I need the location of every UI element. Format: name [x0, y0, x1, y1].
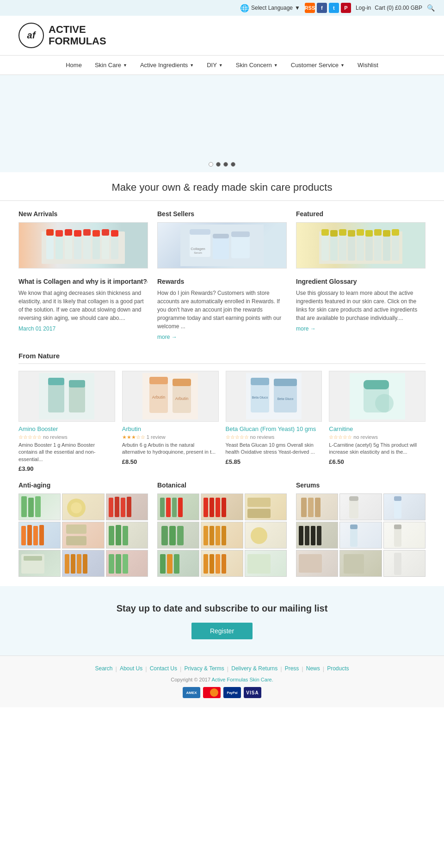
serums-img-4[interactable] — [296, 522, 338, 549]
svg-rect-107 — [177, 526, 184, 545]
amino-desc: Amino Booster 1 g Amino Booster contains… — [18, 442, 115, 463]
new-arrivals-heading: New Arrivals — [18, 210, 148, 218]
svg-text:Beta Gluco: Beta Gluco — [252, 396, 268, 399]
serums-heading: Serums — [296, 481, 426, 489]
footer-brand-link[interactable]: Active Formulas Skin Care. — [211, 677, 273, 682]
svg-rect-91 — [83, 554, 87, 574]
amino-name: Amino Booster — [18, 425, 115, 432]
svg-rect-55 — [173, 379, 191, 386]
logo[interactable]: af ACTIVE FORMULAS — [18, 23, 106, 48]
svg-rect-62 — [274, 379, 297, 386]
antiaging-img-1[interactable] — [18, 493, 61, 520]
svg-rect-81 — [66, 525, 86, 534]
newsletter-heading: Stay up to date and subscribe to our mai… — [18, 602, 426, 614]
footer-search[interactable]: Search — [95, 665, 112, 672]
arbutin-price: £8.50 — [122, 458, 137, 465]
footer-privacy[interactable]: Privacy & Terms — [184, 665, 224, 672]
antiaging-img-4[interactable] — [18, 522, 61, 549]
betaglucan-stars: ☆☆☆☆☆ no reviews — [226, 434, 322, 440]
serums-img-1[interactable] — [296, 493, 338, 520]
botanical-img-9[interactable] — [245, 550, 287, 577]
footer-products[interactable]: Products — [327, 665, 349, 672]
svg-rect-131 — [317, 526, 321, 545]
footer-press[interactable]: Press — [285, 665, 299, 672]
serums-img-8[interactable] — [339, 550, 382, 577]
svg-text:Serum: Serum — [194, 251, 202, 254]
nav-wishlist[interactable]: Wishlist — [351, 59, 385, 71]
botanical-img-5[interactable] — [201, 522, 243, 549]
category-serums: Serums — [296, 481, 426, 577]
serums-img-2[interactable] — [339, 493, 382, 520]
search-icon[interactable]: 🔍 — [427, 4, 435, 12]
product-amino-booster[interactable]: Amino Booster ☆☆☆☆☆ no reviews Amino Boo… — [18, 371, 115, 472]
featured-image[interactable] — [296, 222, 426, 269]
article-rewards-more[interactable]: more → — [157, 334, 177, 340]
cart-link[interactable]: Cart (0) £0.00 GBP — [375, 5, 422, 11]
serums-img-6[interactable] — [383, 522, 426, 549]
antiaging-img-6[interactable] — [106, 522, 148, 549]
svg-rect-120 — [247, 554, 271, 574]
svg-rect-106 — [169, 526, 176, 545]
ai-arrow: ▼ — [190, 63, 194, 68]
lang-label: Select Language — [251, 5, 293, 11]
facebook-icon[interactable]: f — [317, 3, 327, 13]
article-glossary-more[interactable]: more → — [296, 325, 316, 332]
twitter-icon[interactable]: t — [329, 3, 339, 13]
category-botanical: Botanical — [157, 481, 287, 577]
svg-point-112 — [251, 527, 267, 544]
login-link[interactable]: Log-in — [356, 5, 371, 11]
botanical-img-2[interactable] — [201, 493, 243, 520]
dot-1[interactable] — [209, 162, 213, 167]
botanical-img-3[interactable] — [245, 493, 287, 520]
section-best-sellers: Best Sellers Collagen Serum — [157, 210, 287, 269]
serums-img-5[interactable] — [339, 522, 382, 549]
svg-text:Collagen: Collagen — [191, 247, 205, 251]
language-selector[interactable]: 🌐 Select Language ▼ — [240, 4, 300, 12]
nav-customer-service[interactable]: Customer Service ▼ — [284, 59, 351, 71]
botanical-img-7[interactable] — [157, 550, 199, 577]
pinterest-icon[interactable]: P — [341, 3, 351, 13]
next-arrow[interactable]: › — [146, 278, 148, 285]
svg-rect-28 — [321, 229, 329, 236]
nav-home[interactable]: Home — [59, 59, 88, 71]
botanical-img-8[interactable] — [201, 550, 243, 577]
product-arbutin[interactable]: Arbutin Arbutin Arbutin ★★★☆☆ 1 review A… — [122, 371, 219, 472]
nav-skincare[interactable]: Skin Care ▼ — [88, 59, 134, 71]
article-glossary: Ingredient Glossary Use this glossary to… — [296, 278, 426, 340]
antiaging-img-9[interactable] — [106, 550, 148, 577]
best-sellers-image[interactable]: Collagen Serum — [157, 222, 287, 269]
svg-rect-75 — [121, 498, 125, 517]
register-button[interactable]: Register — [191, 623, 253, 639]
rss-icon[interactable]: RSS — [305, 3, 315, 13]
botanical-img-1[interactable] — [157, 493, 199, 520]
serums-img-7[interactable] — [296, 550, 338, 577]
nav-skin-concern[interactable]: Skin Concern ▼ — [229, 59, 284, 71]
product-beta-glucan[interactable]: Beta Gluco Beta Gluco Beta Glucan (From … — [226, 371, 322, 472]
footer-news[interactable]: News — [306, 665, 320, 672]
botanical-img-6[interactable] — [245, 522, 287, 549]
nav-diy[interactable]: DIY ▼ — [200, 59, 229, 71]
footer-about[interactable]: About Us — [120, 665, 142, 672]
footer-delivery[interactable]: Delivery & Returns — [231, 665, 278, 672]
antiaging-img-3[interactable] — [106, 493, 148, 520]
footer-contact[interactable]: Contact Us — [150, 665, 177, 672]
botanical-img-4[interactable] — [157, 522, 199, 549]
product-arbutin-image: Arbutin Arbutin — [122, 371, 219, 422]
dot-4[interactable] — [231, 162, 235, 167]
prev-arrow[interactable]: ‹ — [140, 278, 142, 285]
svg-text:Beta Gluco: Beta Gluco — [278, 397, 294, 400]
dot-3[interactable] — [223, 162, 228, 167]
new-arrivals-image[interactable] — [18, 222, 148, 269]
nav-active-ingredients[interactable]: Active Ingredients ▼ — [134, 59, 200, 71]
serums-img-3[interactable] — [383, 493, 426, 520]
product-carnitine[interactable]: Carnitine ☆☆☆☆☆ no reviews L-Carnitine (… — [329, 371, 426, 472]
dot-2[interactable] — [216, 162, 221, 167]
serums-img-9[interactable] — [383, 550, 426, 577]
svg-rect-104 — [247, 509, 271, 518]
antiaging-img-5[interactable] — [62, 522, 104, 549]
antiaging-img-8[interactable] — [62, 550, 104, 577]
banner-dots — [209, 162, 235, 167]
svg-rect-89 — [71, 554, 75, 574]
antiaging-img-7[interactable] — [18, 550, 61, 577]
antiaging-img-2[interactable] — [62, 493, 104, 520]
